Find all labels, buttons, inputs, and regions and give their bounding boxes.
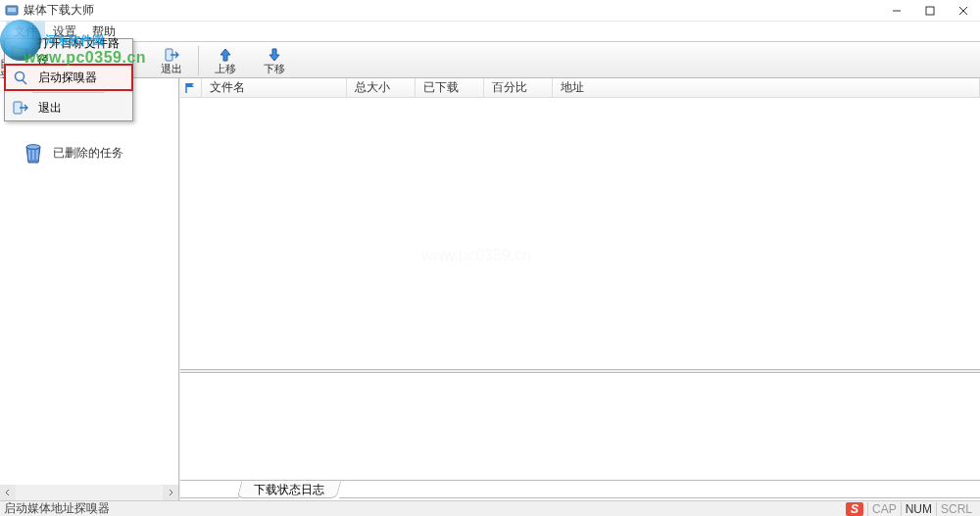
svg-point-2	[16, 72, 24, 81]
indicator-num: NUM	[901, 502, 936, 516]
window-title: 媒体下载大师	[24, 2, 880, 19]
minimize-button[interactable]	[880, 0, 913, 22]
sidebar-horizontal-scrollbar[interactable]	[0, 485, 178, 500]
list-vertical-scrollbar[interactable]	[972, 98, 980, 369]
menu-open-target-folder-label: 打开目标文件路径	[37, 35, 126, 69]
column-percent[interactable]: 百分比	[484, 78, 553, 97]
toolbar-move-up[interactable]: 上移	[201, 44, 250, 77]
close-button[interactable]	[947, 0, 980, 22]
log-pane: 下载状态日志	[180, 373, 980, 500]
toolbar-move-down[interactable]: 下移	[250, 44, 299, 77]
flag-icon	[184, 82, 198, 94]
column-url[interactable]: 地址	[553, 78, 980, 97]
scroll-track[interactable]	[16, 485, 163, 500]
column-filename[interactable]: 文件名	[202, 78, 347, 97]
column-total-size[interactable]: 总大小	[347, 78, 416, 97]
svg-rect-1	[926, 7, 934, 15]
tab-filler-left	[180, 481, 239, 498]
exit-door-icon	[163, 47, 180, 63]
toolbar-exit-label: 退出	[161, 64, 182, 74]
column-type-icon[interactable]	[180, 78, 202, 97]
status-bar: 启动媒体地址探嗅器 S CAP NUM SCRL	[0, 500, 980, 516]
status-text: 启动媒体地址探嗅器	[4, 500, 846, 516]
menu-exit[interactable]: 退出	[5, 95, 132, 120]
tab-download-status-log[interactable]: 下载状态日志	[237, 481, 342, 498]
svg-point-8	[26, 145, 40, 150]
ime-indicator[interactable]: S	[846, 502, 863, 516]
menu-bar: 文件 设置 帮助	[0, 22, 980, 41]
column-downloaded[interactable]: 已下载	[416, 78, 484, 97]
exit-icon	[11, 98, 30, 117]
menu-open-target-folder[interactable]: 打开目标文件路径	[5, 39, 132, 65]
app-icon	[4, 3, 20, 19]
log-body[interactable]	[180, 373, 980, 481]
main-pane: 文件名 总大小 已下载 百分比 地址 下载状态日志	[179, 78, 980, 500]
scroll-left-arrow[interactable]	[0, 485, 16, 500]
title-bar: 媒体下载大师	[0, 0, 980, 22]
menu-separator	[32, 92, 105, 93]
sidebar-deleted-tasks-label: 已删除的任务	[53, 145, 123, 162]
download-list[interactable]	[180, 98, 980, 369]
toolbar-move-up-label: 上移	[215, 64, 236, 74]
sidebar: 已删除的任务	[0, 78, 179, 500]
toolbar: 目标文件夹 ? 帮助 主页 退出 上移 下移	[0, 41, 980, 78]
trash-icon	[20, 139, 47, 166]
client-area: 已删除的任务 文件名 总大小 已下载 百分比 地址 下载状态日志	[0, 78, 980, 500]
arrow-up-icon	[217, 47, 234, 63]
folder-icon	[11, 42, 29, 62]
tab-filler-right	[339, 481, 980, 498]
log-tab-strip: 下载状态日志	[180, 481, 980, 500]
toolbar-move-down-label: 下移	[264, 64, 285, 74]
sidebar-deleted-tasks[interactable]: 已删除的任务	[0, 135, 178, 170]
sniffer-icon	[11, 68, 30, 87]
indicator-scrl: SCRL	[936, 502, 976, 516]
list-header: 文件名 总大小 已下载 百分比 地址	[180, 78, 980, 98]
maximize-button[interactable]	[913, 0, 947, 22]
arrow-down-icon	[266, 47, 283, 63]
toolbar-exit[interactable]: 退出	[147, 44, 196, 77]
menu-start-sniffer-label: 启动探嗅器	[38, 70, 97, 86]
indicator-cap: CAP	[867, 502, 901, 516]
toolbar-separator	[198, 46, 199, 75]
scroll-right-arrow[interactable]	[163, 485, 178, 500]
menu-exit-label: 退出	[38, 100, 62, 117]
file-menu-dropdown: 打开目标文件路径 启动探嗅器 退出	[4, 38, 133, 121]
